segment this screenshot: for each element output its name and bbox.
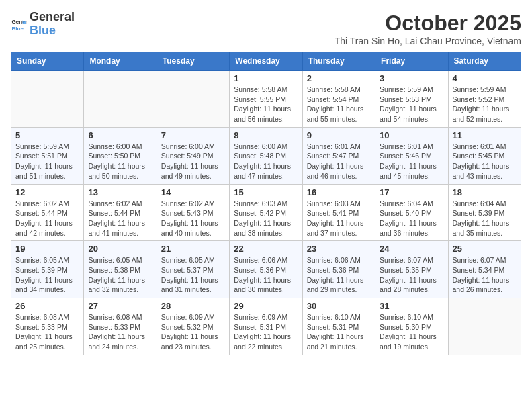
day-info: Sunrise: 6:00 AM Sunset: 5:50 PM Dayligh… — [88, 142, 152, 181]
day-number: 8 — [234, 130, 298, 140]
day-info: Sunrise: 6:03 AM Sunset: 5:42 PM Dayligh… — [234, 199, 298, 238]
day-info: Sunrise: 6:08 AM Sunset: 5:33 PM Dayligh… — [15, 312, 79, 352]
calendar-cell: 26Sunrise: 6:08 AM Sunset: 5:33 PM Dayli… — [11, 298, 84, 355]
day-info: Sunrise: 6:02 AM Sunset: 5:44 PM Dayligh… — [15, 199, 79, 238]
calendar-cell: 29Sunrise: 6:09 AM Sunset: 5:31 PM Dayli… — [230, 298, 302, 355]
day-info: Sunrise: 6:02 AM Sunset: 5:43 PM Dayligh… — [161, 199, 225, 238]
day-info: Sunrise: 6:08 AM Sunset: 5:33 PM Dayligh… — [88, 312, 152, 352]
calendar-cell: 16Sunrise: 6:03 AM Sunset: 5:41 PM Dayli… — [302, 184, 375, 241]
calendar-cell: 8Sunrise: 6:00 AM Sunset: 5:48 PM Daylig… — [230, 127, 302, 184]
day-number: 7 — [161, 130, 225, 140]
calendar-cell: 22Sunrise: 6:06 AM Sunset: 5:36 PM Dayli… — [230, 241, 302, 298]
calendar-cell: 28Sunrise: 6:09 AM Sunset: 5:32 PM Dayli… — [157, 298, 229, 355]
calendar-cell — [448, 298, 521, 355]
calendar-cell: 19Sunrise: 6:05 AM Sunset: 5:39 PM Dayli… — [11, 241, 84, 298]
day-info: Sunrise: 6:05 AM Sunset: 5:39 PM Dayligh… — [15, 255, 79, 295]
calendar-week-1: 1Sunrise: 5:58 AM Sunset: 5:55 PM Daylig… — [11, 71, 521, 128]
weekday-header-tuesday: Tuesday — [157, 52, 229, 71]
day-number: 3 — [380, 73, 443, 83]
calendar-week-2: 5Sunrise: 5:59 AM Sunset: 5:51 PM Daylig… — [11, 127, 521, 184]
day-info: Sunrise: 6:10 AM Sunset: 5:31 PM Dayligh… — [307, 312, 371, 352]
calendar-cell: 7Sunrise: 6:00 AM Sunset: 5:49 PM Daylig… — [157, 127, 229, 184]
day-info: Sunrise: 6:04 AM Sunset: 5:40 PM Dayligh… — [380, 199, 443, 238]
day-number: 2 — [307, 73, 371, 83]
day-info: Sunrise: 5:59 AM Sunset: 5:52 PM Dayligh… — [453, 85, 517, 124]
day-info: Sunrise: 6:00 AM Sunset: 5:49 PM Dayligh… — [161, 142, 225, 181]
calendar-cell: 20Sunrise: 6:05 AM Sunset: 5:38 PM Dayli… — [84, 241, 157, 298]
logo-general-text: General — [30, 10, 75, 24]
day-info: Sunrise: 5:59 AM Sunset: 5:51 PM Dayligh… — [15, 142, 79, 181]
day-number: 19 — [15, 244, 79, 254]
calendar-cell: 30Sunrise: 6:10 AM Sunset: 5:31 PM Dayli… — [302, 298, 375, 355]
calendar-cell: 1Sunrise: 5:58 AM Sunset: 5:55 PM Daylig… — [230, 71, 302, 128]
month-title: October 2025 — [335, 11, 521, 36]
weekday-header-sunday: Sunday — [11, 52, 84, 71]
day-info: Sunrise: 6:10 AM Sunset: 5:30 PM Dayligh… — [380, 312, 443, 352]
calendar-table: SundayMondayTuesdayWednesdayThursdayFrid… — [11, 52, 521, 355]
calendar-cell: 23Sunrise: 6:06 AM Sunset: 5:36 PM Dayli… — [302, 241, 375, 298]
day-number: 22 — [234, 244, 298, 254]
day-number: 14 — [161, 187, 225, 197]
day-number: 13 — [88, 187, 152, 197]
day-info: Sunrise: 5:58 AM Sunset: 5:54 PM Dayligh… — [307, 85, 371, 124]
location-subtitle: Thi Tran Sin Ho, Lai Chau Province, Viet… — [335, 36, 521, 46]
day-number: 25 — [453, 244, 517, 254]
day-number: 27 — [88, 301, 152, 311]
day-info: Sunrise: 6:06 AM Sunset: 5:36 PM Dayligh… — [307, 255, 371, 295]
day-number: 31 — [380, 301, 443, 311]
day-number: 15 — [234, 187, 298, 197]
calendar-week-4: 19Sunrise: 6:05 AM Sunset: 5:39 PM Dayli… — [11, 241, 521, 298]
day-number: 29 — [234, 301, 298, 311]
calendar-cell: 21Sunrise: 6:05 AM Sunset: 5:37 PM Dayli… — [157, 241, 229, 298]
calendar-cell: 25Sunrise: 6:07 AM Sunset: 5:34 PM Dayli… — [448, 241, 521, 298]
day-number: 1 — [234, 73, 298, 83]
logo: General Blue General Blue — [11, 11, 75, 38]
calendar-cell — [157, 71, 229, 128]
weekday-header-wednesday: Wednesday — [230, 52, 302, 71]
day-number: 28 — [161, 301, 225, 311]
calendar-cell: 24Sunrise: 6:07 AM Sunset: 5:35 PM Dayli… — [375, 241, 448, 298]
calendar-cell: 17Sunrise: 6:04 AM Sunset: 5:40 PM Dayli… — [375, 184, 448, 241]
day-info: Sunrise: 6:01 AM Sunset: 5:45 PM Dayligh… — [453, 142, 517, 181]
day-info: Sunrise: 6:05 AM Sunset: 5:37 PM Dayligh… — [161, 255, 225, 295]
day-number: 16 — [307, 187, 371, 197]
day-info: Sunrise: 6:05 AM Sunset: 5:38 PM Dayligh… — [88, 255, 152, 295]
day-number: 23 — [307, 244, 371, 254]
calendar-cell: 2Sunrise: 5:58 AM Sunset: 5:54 PM Daylig… — [302, 71, 375, 128]
calendar-cell: 3Sunrise: 5:59 AM Sunset: 5:53 PM Daylig… — [375, 71, 448, 128]
calendar-cell: 14Sunrise: 6:02 AM Sunset: 5:43 PM Dayli… — [157, 184, 229, 241]
calendar-cell: 15Sunrise: 6:03 AM Sunset: 5:42 PM Dayli… — [230, 184, 302, 241]
calendar-cell: 10Sunrise: 6:01 AM Sunset: 5:46 PM Dayli… — [375, 127, 448, 184]
day-info: Sunrise: 6:01 AM Sunset: 5:47 PM Dayligh… — [307, 142, 371, 181]
day-number: 9 — [307, 130, 371, 140]
calendar-cell: 6Sunrise: 6:00 AM Sunset: 5:50 PM Daylig… — [84, 127, 157, 184]
day-number: 17 — [380, 187, 443, 197]
day-info: Sunrise: 6:06 AM Sunset: 5:36 PM Dayligh… — [234, 255, 298, 295]
day-info: Sunrise: 5:59 AM Sunset: 5:53 PM Dayligh… — [380, 85, 443, 124]
calendar-cell: 11Sunrise: 6:01 AM Sunset: 5:45 PM Dayli… — [448, 127, 521, 184]
calendar-cell: 5Sunrise: 5:59 AM Sunset: 5:51 PM Daylig… — [11, 127, 84, 184]
day-number: 5 — [15, 130, 79, 140]
day-info: Sunrise: 6:01 AM Sunset: 5:46 PM Dayligh… — [380, 142, 443, 181]
calendar-cell: 31Sunrise: 6:10 AM Sunset: 5:30 PM Dayli… — [375, 298, 448, 355]
calendar-cell: 12Sunrise: 6:02 AM Sunset: 5:44 PM Dayli… — [11, 184, 84, 241]
svg-text:Blue: Blue — [12, 26, 24, 32]
day-info: Sunrise: 6:04 AM Sunset: 5:39 PM Dayligh… — [453, 199, 517, 238]
weekday-header-friday: Friday — [375, 52, 448, 71]
day-number: 11 — [453, 130, 517, 140]
calendar-cell — [11, 71, 84, 128]
day-number: 21 — [161, 244, 225, 254]
calendar-cell: 18Sunrise: 6:04 AM Sunset: 5:39 PM Dayli… — [448, 184, 521, 241]
weekday-header-saturday: Saturday — [448, 52, 521, 71]
calendar-week-3: 12Sunrise: 6:02 AM Sunset: 5:44 PM Dayli… — [11, 184, 521, 241]
day-number: 6 — [88, 130, 152, 140]
weekday-header-monday: Monday — [84, 52, 157, 71]
day-number: 20 — [88, 244, 152, 254]
day-number: 18 — [453, 187, 517, 197]
day-info: Sunrise: 6:07 AM Sunset: 5:34 PM Dayligh… — [453, 255, 517, 295]
day-info: Sunrise: 6:00 AM Sunset: 5:48 PM Dayligh… — [234, 142, 298, 181]
calendar-cell — [84, 71, 157, 128]
weekday-header-row: SundayMondayTuesdayWednesdayThursdayFrid… — [11, 52, 521, 71]
calendar-cell: 13Sunrise: 6:02 AM Sunset: 5:44 PM Dayli… — [84, 184, 157, 241]
day-number: 24 — [380, 244, 443, 254]
